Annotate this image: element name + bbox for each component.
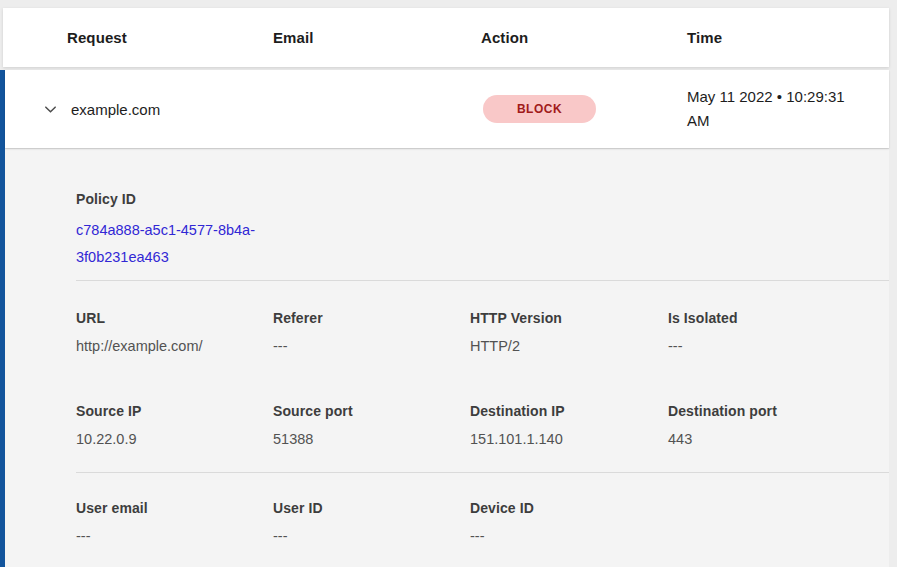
field-label: Is Isolated <box>668 310 889 326</box>
field-value: --- <box>470 528 668 544</box>
time-cell: May 11 2022 • 10:29:31 AM <box>687 85 867 133</box>
field-destination-ip: Destination IP 151.101.1.140 <box>470 403 668 447</box>
field-value: --- <box>273 338 470 354</box>
field-destination-port: Destination port 443 <box>668 403 889 447</box>
field-source-ip: Source IP 10.22.0.9 <box>76 403 273 447</box>
field-label: HTTP Version <box>470 310 668 326</box>
field-value: --- <box>668 338 889 354</box>
field-label: User email <box>76 500 273 516</box>
column-header-email: Email <box>273 29 481 46</box>
field-user-id: User ID --- <box>273 500 470 544</box>
table-header: Request Email Action Time <box>3 8 889 67</box>
field-value: HTTP/2 <box>470 338 668 354</box>
field-label: Referer <box>273 310 470 326</box>
field-value: --- <box>273 528 470 544</box>
field-label: Destination IP <box>470 403 668 419</box>
field-label: Source port <box>273 403 470 419</box>
field-value: --- <box>76 528 273 544</box>
policy-id-label: Policy ID <box>76 191 889 207</box>
log-table-row[interactable]: example.com BLOCK May 11 2022 • 10:29:31… <box>5 70 889 148</box>
expanded-row-container: example.com BLOCK May 11 2022 • 10:29:31… <box>0 70 889 567</box>
field-value: http://example.com/ <box>76 338 273 354</box>
chevron-down-icon[interactable] <box>42 101 58 117</box>
field-value: 10.22.0.9 <box>76 431 273 447</box>
field-is-isolated: Is Isolated --- <box>668 310 889 354</box>
field-value: 51388 <box>273 431 470 447</box>
field-value: 151.101.1.140 <box>470 431 668 447</box>
field-label: Device ID <box>470 500 668 516</box>
block-status-badge: BLOCK <box>483 95 596 123</box>
field-url: URL http://example.com/ <box>76 310 273 354</box>
section-divider <box>76 280 889 281</box>
field-http-version: HTTP Version HTTP/2 <box>470 310 668 354</box>
field-source-port: Source port 51388 <box>273 403 470 447</box>
policy-id-link[interactable]: c784a888-a5c1-4577-8b4a-3f0b231ea463 <box>76 217 276 271</box>
network-fields-group: Source IP 10.22.0.9 Source port 51388 De… <box>76 403 889 447</box>
field-label: Destination port <box>668 403 889 419</box>
user-fields-group: User email --- User ID --- Device ID --- <box>76 500 889 544</box>
field-label: User ID <box>273 500 470 516</box>
column-header-request: Request <box>67 29 273 46</box>
row-detail-panel: Policy ID c784a888-a5c1-4577-8b4a-3f0b23… <box>5 148 889 567</box>
policy-id-section: Policy ID c784a888-a5c1-4577-8b4a-3f0b23… <box>76 191 889 271</box>
field-label: Source IP <box>76 403 273 419</box>
field-empty <box>668 500 889 544</box>
field-device-id: Device ID --- <box>470 500 668 544</box>
field-referer: Referer --- <box>273 310 470 354</box>
http-fields-group: URL http://example.com/ Referer --- HTTP… <box>76 310 889 354</box>
field-value: 443 <box>668 431 889 447</box>
action-cell: BLOCK <box>481 95 687 123</box>
request-domain: example.com <box>71 101 160 118</box>
column-header-time: Time <box>687 29 889 46</box>
field-user-email: User email --- <box>76 500 273 544</box>
section-divider <box>76 472 889 473</box>
field-label: URL <box>76 310 273 326</box>
request-cell: example.com <box>42 101 273 118</box>
column-header-action: Action <box>481 29 687 46</box>
